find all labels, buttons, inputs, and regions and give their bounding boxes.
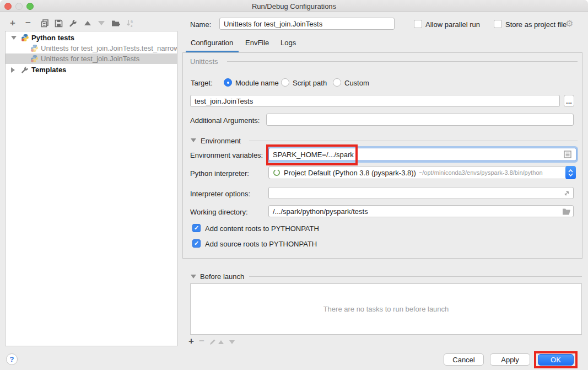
checkmark-icon: ✓ — [194, 224, 199, 232]
window-title: Run/Debug Configurations — [0, 2, 588, 10]
module-name-input[interactable]: test_join.JoinTests — [190, 95, 560, 107]
environment-collapse-icon[interactable] — [191, 138, 196, 142]
before-launch-collapse-icon[interactable] — [191, 275, 196, 278]
tab-configuration[interactable]: Configuration — [191, 39, 233, 47]
environment-variables-label: Environment variables: — [190, 151, 263, 159]
interpreter-options-input[interactable] — [268, 187, 574, 199]
add-icon[interactable]: + — [8, 18, 18, 28]
svg-text:z: z — [131, 24, 133, 28]
allow-parallel-run-checkbox[interactable] — [414, 20, 422, 28]
conda-environment-icon — [273, 169, 280, 176]
environment-section-label: Environment — [201, 137, 241, 145]
interpreter-dropdown-stepper-icon[interactable] — [565, 166, 576, 179]
tree-item-jointests-selected[interactable]: Unittests for test_join.JoinTests — [6, 53, 177, 64]
before-launch-empty-message: There are no tasks to run before launch — [191, 305, 581, 313]
target-custom-radio[interactable] — [333, 78, 341, 87]
title-bar: Run/Debug Configurations — [0, 0, 588, 12]
tree-item-python-tests[interactable]: Python tests — [6, 33, 177, 43]
before-launch-section-label: Before launch — [200, 272, 244, 281]
unittests-section-line — [227, 61, 578, 62]
configurations-tree: Python tests Unittests for test_join.Joi… — [5, 31, 177, 346]
target-label: Target: — [191, 79, 213, 87]
before-launch-remove-icon[interactable]: − — [197, 336, 207, 346]
expand-arrow-icon[interactable] — [11, 67, 15, 73]
before-launch-move-up-icon[interactable] — [216, 337, 226, 347]
interpreter-options-label: Interpreter options: — [190, 190, 250, 198]
add-source-roots-label: Add source roots to PYTHONPATH — [205, 240, 317, 248]
tree-item-label: Python tests — [31, 34, 74, 42]
add-content-roots-label: Add content roots to PYTHONPATH — [205, 224, 319, 233]
environment-section-line — [249, 141, 578, 141]
target-module-name-radio[interactable] — [224, 78, 232, 87]
allow-parallel-run-label: Allow parallel run — [425, 20, 480, 29]
checkmark-icon: ✓ — [194, 240, 199, 247]
templates-wrench-icon — [20, 66, 29, 74]
run-debug-configurations-dialog: Run/Debug Configurations + − az Python t… — [0, 0, 588, 370]
browse-environment-variables-icon[interactable] — [564, 151, 571, 158]
help-button[interactable]: ? — [6, 353, 18, 365]
add-source-roots-checkbox[interactable]: ✓ — [192, 239, 201, 248]
python-tests-icon — [30, 55, 39, 63]
tree-item-label: Unittests for test_join.JoinTests.test_n… — [41, 44, 177, 52]
environment-variables-value: SPARK_HOME=/.../spark — [273, 151, 354, 159]
expand-field-icon[interactable] — [563, 190, 570, 197]
apply-button[interactable]: Apply — [490, 353, 530, 366]
tree-item-label: Templates — [31, 66, 66, 74]
before-launch-task-list: There are no tasks to run before launch — [190, 283, 582, 335]
environment-variables-input[interactable]: SPARK_HOME=/.../spark — [268, 148, 576, 161]
svg-text:a: a — [131, 19, 133, 23]
additional-arguments-label: Additional Arguments: — [190, 116, 260, 125]
python-interpreter-select[interactable]: Project Default (Python 3.8 (pyspark-3.8… — [268, 166, 569, 179]
tab-logs[interactable]: Logs — [280, 39, 296, 47]
sort-alphabetically-icon[interactable]: az — [126, 18, 136, 28]
working-directory-input[interactable]: /.../spark/python/pyspark/tests — [268, 205, 574, 217]
cancel-button[interactable]: Cancel — [444, 353, 484, 366]
target-script-path-radio[interactable] — [281, 78, 289, 87]
browse-folder-icon[interactable] — [562, 208, 571, 215]
python-interpreter-path: ~/opt/miniconda3/envs/pyspark-3.8/bin/py… — [419, 169, 543, 176]
tree-item-templates[interactable]: Templates — [6, 65, 177, 75]
python-tests-icon — [30, 44, 39, 52]
working-directory-label: Working directory: — [190, 208, 248, 216]
tab-envfile[interactable]: EnvFile — [245, 39, 269, 47]
move-down-icon[interactable] — [96, 18, 106, 28]
browse-module-button[interactable]: ... — [564, 95, 574, 107]
edit-templates-wrench-icon[interactable] — [68, 18, 78, 28]
python-interpreter-label: Python interpreter: — [190, 169, 249, 178]
tree-item-label: Unittests for test_join.JoinTests — [41, 55, 139, 63]
unittests-section-label: Unittests — [190, 57, 223, 66]
target-module-name-label: Module name — [235, 79, 279, 87]
copy-icon[interactable] — [40, 18, 50, 28]
target-script-path-label: Script path — [293, 79, 327, 87]
name-input[interactable]: Unittests for test_join.JoinTests — [219, 18, 395, 30]
target-custom-label: Custom — [344, 79, 369, 87]
tree-item-test-narrow[interactable]: Unittests for test_join.JoinTests.test_n… — [6, 43, 177, 53]
remove-icon[interactable]: − — [23, 18, 33, 28]
name-label: Name: — [190, 20, 211, 29]
store-as-project-file-checkbox[interactable] — [494, 20, 502, 28]
save-icon[interactable] — [53, 18, 63, 28]
ok-button[interactable]: OK — [538, 354, 574, 366]
before-launch-section-line — [249, 276, 582, 277]
additional-arguments-input[interactable] — [266, 114, 574, 126]
before-launch-move-down-icon[interactable] — [227, 337, 237, 347]
gear-icon[interactable]: ⚙ — [565, 18, 573, 29]
before-launch-add-icon[interactable]: + — [186, 336, 196, 346]
move-up-icon[interactable] — [83, 18, 93, 28]
python-interpreter-value: Project Default (Python 3.8 (pyspark-3.8… — [284, 169, 416, 177]
add-content-roots-checkbox[interactable]: ✓ — [192, 224, 201, 232]
python-tests-icon — [21, 34, 29, 42]
collapse-arrow-icon[interactable] — [11, 36, 17, 40]
store-as-project-file-label: Store as project file — [505, 20, 567, 29]
new-folder-icon[interactable] — [111, 18, 121, 28]
